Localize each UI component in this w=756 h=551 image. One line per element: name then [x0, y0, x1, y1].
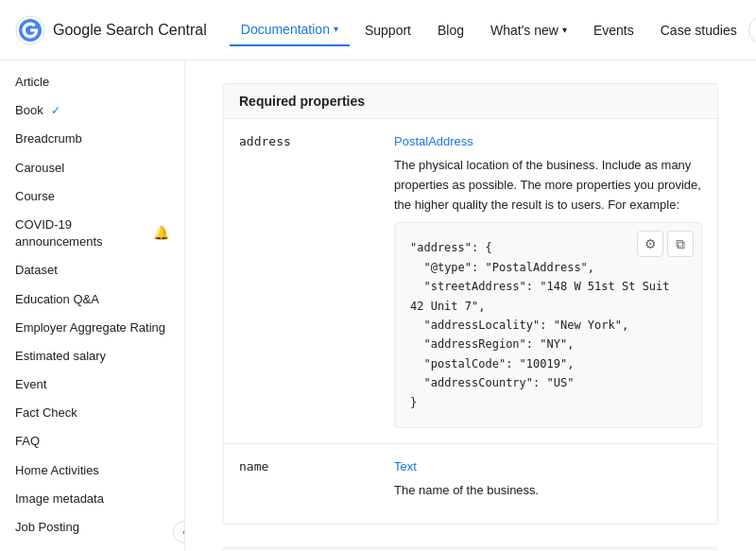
covid-icon: 🔔 — [153, 224, 169, 243]
book-badge: ✓ — [51, 103, 60, 119]
nav-case-studies[interactable]: Case studies — [649, 15, 748, 45]
chevron-down-icon-2: ▾ — [562, 25, 567, 35]
nav-whats-new[interactable]: What's new ▾ — [479, 15, 578, 45]
header-nav: Documentation ▾ Support Blog What's new … — [230, 14, 748, 46]
property-desc-address: The physical location of the business. I… — [394, 156, 702, 215]
code-copy-button[interactable]: ⧉ — [667, 231, 694, 257]
property-details-address: PostalAddress The physical location of t… — [394, 134, 702, 428]
sidebar-item-article[interactable]: Article — [0, 68, 184, 96]
sidebar-item-event[interactable]: Event — [0, 370, 184, 399]
property-details-name: Text The name of the business. — [394, 459, 702, 508]
property-desc-name: The name of the business. — [394, 481, 702, 501]
logo-text: Google Search Central — [53, 22, 207, 39]
chevron-left-icon: ‹ — [182, 525, 185, 539]
sidebar-item-education-qa[interactable]: Education Q&A — [0, 285, 184, 314]
required-section-header: Required properties — [224, 84, 717, 119]
logo[interactable]: Google Search Central — [15, 15, 207, 45]
recommended-properties-section: Recommended properties aggregateRating A… — [223, 547, 718, 551]
sidebar: Article Book ✓ Breadcrumb Carousel Cours… — [0, 60, 185, 551]
header: Google Search Central Documentation ▾ Su… — [0, 0, 756, 60]
layout: Article Book ✓ Breadcrumb Carousel Cours… — [0, 60, 756, 551]
code-block-address: ⚙ ⧉ "address": { "@type": "PostalAddress… — [394, 222, 702, 428]
property-row-address: address PostalAddress The physical locat… — [224, 119, 717, 444]
sidebar-item-employer-aggregate[interactable]: Employer Aggregate Rating — [0, 314, 184, 342]
sidebar-item-fact-check[interactable]: Fact Check — [0, 399, 184, 427]
sidebar-item-course[interactable]: Course — [0, 182, 184, 211]
required-properties-section: Required properties address PostalAddres… — [223, 83, 718, 525]
nav-events[interactable]: Events — [582, 15, 645, 45]
nav-blog[interactable]: Blog — [426, 15, 475, 45]
code-settings-button[interactable]: ⚙ — [637, 231, 663, 257]
property-type-name[interactable]: Text — [394, 459, 702, 474]
sidebar-item-covid[interactable]: COVID-19 announcements 🔔 — [0, 211, 184, 256]
property-type-address[interactable]: PostalAddress — [394, 134, 702, 148]
property-row-name: name Text The name of the business. — [224, 444, 717, 524]
sidebar-item-breadcrumb[interactable]: Breadcrumb — [0, 125, 184, 153]
sidebar-item-estimated-salary[interactable]: Estimated salary — [0, 342, 184, 370]
sidebar-item-faq[interactable]: FAQ — [0, 427, 184, 456]
sidebar-item-image-metadata[interactable]: Image metadata — [0, 485, 184, 513]
code-toolbar: ⚙ ⧉ — [637, 231, 694, 257]
property-name-address: address — [239, 134, 371, 428]
search-box[interactable]: Search — [748, 15, 756, 45]
nav-documentation[interactable]: Documentation ▾ — [230, 14, 350, 46]
sidebar-item-book[interactable]: Book ✓ — [0, 96, 184, 125]
code-content: "address": { "@type": "PostalAddress", "… — [410, 238, 686, 412]
nav-support[interactable]: Support — [353, 15, 422, 45]
sidebar-item-home-activities[interactable]: Home Activities — [0, 456, 184, 485]
sidebar-item-carousel[interactable]: Carousel — [0, 154, 184, 182]
sidebar-item-dataset[interactable]: Dataset — [0, 256, 184, 284]
google-logo-icon — [15, 15, 45, 45]
chevron-down-icon: ▾ — [334, 24, 338, 34]
main-content: Required properties address PostalAddres… — [185, 60, 756, 551]
sidebar-item-learning-video[interactable]: Learning Video — [0, 542, 184, 551]
property-name-name: name — [239, 459, 371, 508]
sidebar-item-job-posting[interactable]: Job Posting — [0, 513, 184, 542]
